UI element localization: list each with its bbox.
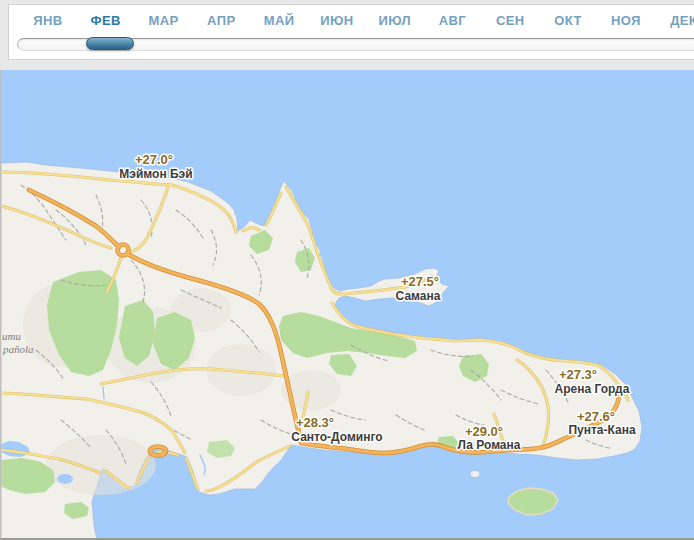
resort-label[interactable]: Арена Горда (555, 382, 630, 396)
temperature-label[interactable]: +27.6° (577, 409, 615, 424)
month-tab-авг[interactable]: АВГ (424, 12, 482, 30)
month-tab-фев[interactable]: ФЕВ (77, 12, 135, 30)
weather-map-widget: ЯНВФЕВМАРАПРМАЙИЮНИЮЛАВГСЕНОКТНОЯДЕК (0, 0, 694, 540)
resort-label[interactable]: Мэймон Бэй (119, 167, 192, 181)
temperature-label[interactable]: +29.0° (465, 424, 503, 439)
month-tab-ноя[interactable]: НОЯ (597, 12, 655, 30)
month-tab-апр[interactable]: АПР (192, 12, 250, 30)
temperature-label[interactable]: +28.3° (296, 415, 334, 430)
map-canvas[interactable]: итиpañola +27.0°Мэймон Бэй+27.5°Самана+2… (1, 70, 694, 540)
month-tabs: ЯНВФЕВМАРАПРМАЙИЮНИЮЛАВГСЕНОКТНОЯДЕК (19, 12, 694, 30)
month-selector-bar: ЯНВФЕВМАРАПРМАЙИЮНИЮЛАВГСЕНОКТНОЯДЕК (8, 4, 694, 60)
temperature-label[interactable]: +27.5° (401, 274, 439, 289)
month-tab-май[interactable]: МАЙ (250, 12, 308, 30)
temperature-label[interactable]: +27.3° (559, 367, 597, 382)
month-tab-сен[interactable]: СЕН (481, 12, 539, 30)
resort-label[interactable]: Самана (396, 289, 441, 303)
geo-label: ити (2, 330, 21, 342)
catalina-island (470, 471, 480, 478)
month-tab-июл[interactable]: ИЮЛ (366, 12, 424, 30)
temperature-label[interactable]: +27.0° (135, 152, 173, 167)
month-tab-мар[interactable]: МАР (135, 12, 193, 30)
resort-label[interactable]: Санто-Доминго (291, 430, 382, 444)
month-slider-handle[interactable] (86, 37, 134, 50)
month-tab-июн[interactable]: ИЮН (308, 12, 366, 30)
geo-label: pañola (2, 343, 34, 355)
month-tab-дек[interactable]: ДЕК (655, 12, 694, 30)
map-container[interactable]: итиpañola +27.0°Мэймон Бэй+27.5°Самана+2… (0, 70, 694, 540)
month-slider (9, 36, 694, 52)
resort-label[interactable]: Ла Романа (458, 438, 521, 452)
month-tab-янв[interactable]: ЯНВ (19, 12, 77, 30)
month-tab-окт[interactable]: ОКТ (539, 12, 597, 30)
resort-label[interactable]: Пунта-Кана (568, 423, 635, 437)
